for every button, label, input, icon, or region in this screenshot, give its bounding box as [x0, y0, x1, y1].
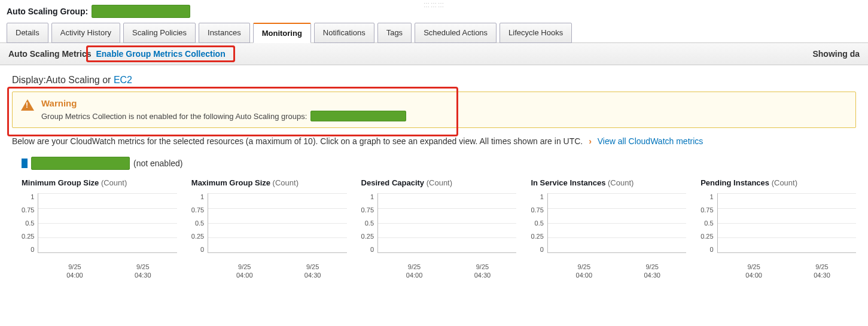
resource-legend: (not enabled) [22, 157, 856, 170]
tab-monitoring[interactable]: Monitoring [253, 23, 311, 43]
chart-title: Maximum Group Size (Count) [191, 178, 347, 187]
x-axis: 9/2504:009/2504:30 [701, 263, 856, 280]
chart-plot-area[interactable]: 10.750.50.250 [361, 193, 517, 259]
panel-header-label: Auto Scaling Group: [7, 7, 88, 16]
x-axis: 9/2504:009/2504:30 [531, 263, 686, 280]
chart-title: In Service Instances (Count) [531, 178, 686, 187]
display-selector: Display:Auto Scaling or EC2 [12, 75, 856, 86]
y-axis: 10.750.50.250 [361, 193, 377, 253]
enable-group-metrics-link[interactable]: Enable Group Metrics Collection [91, 47, 230, 61]
x-axis: 9/2504:009/2504:30 [191, 263, 347, 280]
drag-grip-icon[interactable]: ⋯⋯⋯⋯⋯⋯ [424, 2, 445, 9]
chart-plot-area[interactable]: 10.750.50.250 [531, 193, 686, 259]
warning-message: Group Metrics Collection is not enabled … [41, 112, 307, 121]
chart-minimum-group-size[interactable]: Minimum Group Size (Count)10.750.50.2509… [22, 178, 177, 280]
chart-title: Desired Capacity (Count) [361, 178, 517, 187]
x-axis: 9/2504:009/2504:30 [361, 263, 517, 280]
chart-grid [717, 193, 856, 253]
display-or: or [100, 75, 114, 85]
showing-data-label: Showing da [812, 49, 860, 59]
chart-pending-instances[interactable]: Pending Instances (Count)10.750.50.2509/… [701, 178, 856, 280]
tab-activity-history[interactable]: Activity History [51, 23, 120, 43]
tab-instances[interactable]: Instances [199, 23, 250, 43]
tab-scheduled-actions[interactable]: Scheduled Actions [415, 23, 497, 43]
chart-grid [377, 193, 516, 253]
display-prefix: Display: [12, 75, 46, 85]
tab-bar: Details Activity History Scaling Policie… [0, 23, 868, 43]
chart-grid [38, 193, 176, 253]
chart-plot-area[interactable]: 10.750.50.250 [191, 193, 347, 259]
warning-group-redacted [310, 111, 406, 121]
display-current: Auto Scaling [46, 75, 100, 85]
legend-color-chip [22, 159, 28, 168]
info-text: Below are your CloudWatch metrics for th… [12, 136, 583, 146]
metrics-type-label: Auto Scaling Metrics [8, 49, 91, 59]
chart-title: Pending Instances (Count) [701, 178, 856, 187]
info-line: Below are your CloudWatch metrics for th… [12, 136, 856, 146]
chart-in-service-instances[interactable]: In Service Instances (Count)10.750.50.25… [531, 178, 686, 280]
chart-plot-area[interactable]: 10.750.50.250 [22, 193, 177, 259]
display-ec2-link[interactable]: EC2 [114, 75, 132, 85]
y-axis: 10.750.50.250 [191, 193, 208, 253]
chart-grid [547, 193, 686, 253]
view-all-metrics-link[interactable]: View all CloudWatch metrics [598, 136, 703, 146]
warning-icon [21, 99, 34, 111]
tab-notifications[interactable]: Notifications [314, 23, 374, 43]
tab-lifecycle-hooks[interactable]: Lifecycle Hooks [500, 23, 572, 43]
warning-banner: Warning Group Metrics Collection is not … [12, 92, 856, 128]
y-axis: 10.750.50.250 [701, 193, 717, 253]
x-axis: 9/2504:009/2504:30 [22, 263, 177, 280]
chart-desired-capacity[interactable]: Desired Capacity (Count)10.750.50.2509/2… [361, 178, 517, 280]
charts-row: Minimum Group Size (Count)10.750.50.2509… [12, 178, 856, 280]
y-axis: 10.750.50.250 [531, 193, 547, 253]
warning-title: Warning [41, 98, 406, 108]
chart-maximum-group-size[interactable]: Maximum Group Size (Count)10.750.50.2509… [191, 178, 347, 280]
monitoring-sub-bar: Auto Scaling Metrics Enable Group Metric… [0, 42, 868, 65]
resource-status: (not enabled) [133, 159, 183, 168]
chart-title: Minimum Group Size (Count) [22, 178, 177, 187]
tab-tags[interactable]: Tags [377, 23, 412, 43]
tab-details[interactable]: Details [7, 23, 48, 43]
chart-grid [208, 193, 346, 253]
group-name-redacted [92, 5, 190, 18]
resource-name-redacted [31, 157, 130, 170]
tab-scaling-policies[interactable]: Scaling Policies [123, 23, 196, 43]
caret-icon: › [589, 136, 592, 146]
chart-plot-area[interactable]: 10.750.50.250 [701, 193, 856, 259]
y-axis: 10.750.50.250 [22, 193, 38, 253]
